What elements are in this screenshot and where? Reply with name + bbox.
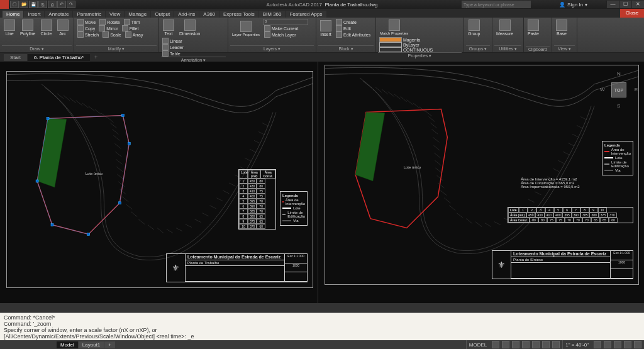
edit-attr-button[interactable]: Edit Attributes — [335, 31, 372, 38]
svg-rect-0 — [47, 118, 49, 120]
layer-properties-button[interactable]: Layer Properties — [230, 20, 262, 37]
tab-bim360[interactable]: BIM 360 — [259, 11, 286, 18]
linetype-combo[interactable]: CONTINUOUS — [378, 47, 434, 52]
help-search-input[interactable]: Type a keyword or phrase — [462, 1, 531, 8]
insert-button[interactable]: Insert — [318, 19, 333, 37]
panel-draw-label[interactable]: Draw ▾ — [2, 45, 72, 52]
layout-add-icon[interactable]: + — [104, 341, 115, 348]
measure-button[interactable]: Measure — [494, 19, 515, 36]
status-space[interactable]: MODEL — [466, 340, 489, 349]
drawing-area[interactable]: [-][Top][2D Wireframe] — ☐ ✕ — [0, 62, 644, 303]
trim-button[interactable]: Trim — [123, 19, 142, 25]
qat-redo-icon[interactable]: ↷ — [67, 1, 75, 8]
table-button[interactable]: Table — [161, 50, 185, 57]
doctab-start[interactable]: Start — [4, 54, 27, 61]
panel-block-label[interactable]: Block ▾ — [318, 45, 374, 52]
tab-manage[interactable]: Manage — [125, 11, 150, 18]
tab-insert[interactable]: Insert — [24, 11, 44, 18]
tab-view[interactable]: View — [106, 11, 124, 18]
qat-saveas-icon[interactable]: ⎘ — [38, 1, 47, 8]
qat-plot-icon[interactable]: ⎙ — [48, 1, 57, 8]
doc-close-button[interactable]: Close — [620, 9, 644, 18]
status-grid-icon[interactable] — [492, 341, 499, 348]
status-custom-icon[interactable] — [634, 341, 641, 348]
doctab-new-icon[interactable]: + — [91, 53, 101, 61]
base-button[interactable]: Base — [554, 19, 569, 36]
qat-undo-icon[interactable]: ↶ — [57, 1, 66, 8]
status-polar-icon[interactable] — [522, 341, 530, 348]
panel-modify-label[interactable]: Modify ▾ — [76, 45, 157, 52]
status-ortho-icon[interactable] — [512, 341, 519, 348]
panel-view-label[interactable]: View ▾ — [554, 45, 575, 52]
panel-layers-label[interactable]: Layers ▾ — [230, 45, 314, 52]
layout-layout1[interactable]: Layout1 — [79, 341, 104, 348]
tab-a360[interactable]: A360 — [199, 11, 219, 18]
signin-button[interactable]: 👤 Sign In ▾ — [559, 2, 587, 8]
status-snap-icon[interactable] — [502, 341, 509, 348]
close-icon[interactable]: ✕ — [631, 1, 644, 8]
svg-rect-6 — [36, 180, 38, 182]
move-button[interactable]: Move — [76, 19, 97, 25]
fillet-button[interactable]: Fillet — [121, 25, 140, 31]
panel-groups-label[interactable]: Groups ▾ — [466, 45, 490, 52]
panel-utilities-label[interactable]: Utilities ▾ — [494, 45, 521, 52]
cmd-history-1: Command: *Cancel* — [4, 314, 640, 321]
status-scale[interactable]: 1" = 40'-0" — [562, 340, 591, 349]
qat-new-icon[interactable]: ▢ — [10, 1, 19, 8]
app-menu-icon[interactable] — [0, 0, 9, 9]
tab-express[interactable]: Express Tools — [219, 11, 258, 18]
copy-button[interactable]: Copy — [76, 25, 96, 31]
circle-button[interactable]: Circle — [39, 19, 54, 36]
status-anno-icon[interactable] — [594, 341, 601, 348]
linear-button[interactable]: Linear — [161, 38, 185, 44]
rotate-button[interactable]: Rotate — [98, 19, 121, 25]
cmd-history-3: Specify corner of window, enter a scale … — [4, 327, 640, 333]
layer-combo[interactable]: 0 — [263, 19, 308, 25]
tab-featured[interactable]: Featured Apps — [286, 11, 326, 18]
text-button[interactable]: Text — [161, 19, 176, 36]
status-iso-icon[interactable] — [614, 341, 621, 348]
dimension-button[interactable]: Dimension — [177, 19, 202, 36]
mirror-button[interactable]: Mirror — [97, 25, 119, 31]
area-table-right: Lote12345678910Área (m2)4504304104003953… — [508, 207, 633, 223]
color-combo[interactable]: Magenta — [378, 37, 434, 42]
status-lwt-icon[interactable] — [552, 341, 560, 348]
status-clean-icon[interactable] — [624, 341, 631, 348]
status-otrack-icon[interactable] — [542, 341, 550, 348]
tab-addins[interactable]: Add-ins — [174, 11, 199, 18]
scale-button[interactable]: Scale — [101, 31, 123, 38]
layout-model[interactable]: Model — [57, 341, 78, 348]
group-button[interactable]: Group — [466, 19, 482, 36]
stretch-button[interactable]: Stretch — [76, 31, 100, 38]
viewport-right[interactable]: N S E W TOP Lote único Área de Intervenç… — [318, 62, 644, 303]
arc-button[interactable]: Arc — [55, 19, 70, 36]
leader-button[interactable]: Leader — [161, 44, 185, 50]
minimize-icon[interactable]: — — [606, 1, 619, 8]
match-properties-button[interactable]: Match Properties — [378, 19, 410, 36]
qat-save-icon[interactable]: 💾 — [29, 1, 38, 8]
qat-open-icon[interactable]: 📂 — [19, 1, 28, 8]
maximize-icon[interactable]: ☐ — [619, 1, 631, 8]
array-button[interactable]: Array — [124, 31, 145, 38]
tab-output[interactable]: Output — [151, 11, 174, 18]
panel-clipboard-label[interactable]: Clipboard — [526, 46, 550, 52]
tab-annotate[interactable]: Annotate — [45, 11, 72, 18]
panel-layers: Layer Properties 0 Make Current Match La… — [228, 18, 316, 52]
panel-properties-label[interactable]: Properties ▾ — [378, 52, 462, 59]
viewport-left[interactable]: Lote único LoteÁrea (m2)Área Const.14508… — [0, 62, 318, 303]
paste-button[interactable]: Paste — [526, 19, 541, 36]
line-button[interactable]: Line — [2, 19, 17, 36]
status-gear-icon[interactable] — [604, 341, 611, 348]
create-block-button[interactable]: Create — [335, 19, 372, 25]
polyline-button[interactable]: Polyline — [18, 19, 38, 36]
edit-block-button[interactable]: Edit — [335, 25, 372, 31]
areas-text: Área de Intervenção = 4159,1 m2 Área de … — [519, 175, 594, 191]
doctab-active[interactable]: 6. Planta de Trabalho* — [28, 54, 90, 61]
tab-parametric[interactable]: Parametric — [73, 11, 105, 18]
command-window[interactable]: Command: *Cancel* Command: '_zoom Specif… — [0, 313, 644, 340]
status-osnap-icon[interactable] — [532, 341, 540, 348]
match-layer-button[interactable]: Match Layer — [263, 31, 308, 38]
tab-home[interactable]: Home — [3, 11, 23, 18]
make-current-button[interactable]: Make Current — [263, 25, 308, 31]
lineweight-combo[interactable]: ByLayer — [378, 42, 434, 47]
